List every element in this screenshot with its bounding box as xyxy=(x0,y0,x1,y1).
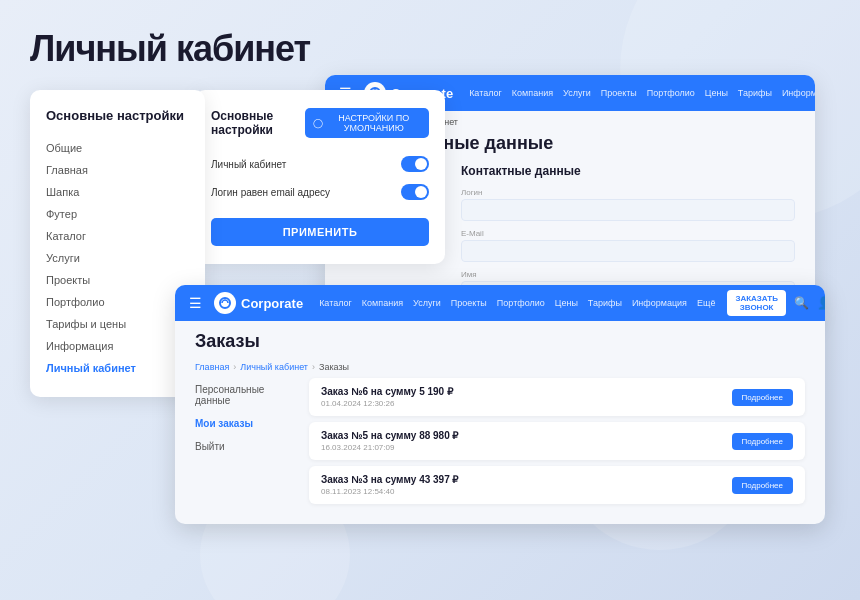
login-field: Логин xyxy=(461,188,795,221)
toggle-row: Логин равен email адресу xyxy=(211,184,429,200)
order-item: Заказ №3 на сумму 43 397 ₽ 08.11.2023 12… xyxy=(309,466,805,504)
order-item: Заказ №5 на сумму 88 980 ₽ 16.03.2024 21… xyxy=(309,422,805,460)
orders-sidebar: Персональные данные Мои заказы Выйти xyxy=(195,378,295,510)
order-detail-button[interactable]: Подробнее xyxy=(732,477,794,494)
nav-link[interactable]: Проекты xyxy=(601,88,637,98)
toggle-list: Личный кабинет Логин равен email адресу xyxy=(211,156,429,200)
toggle-switch[interactable] xyxy=(401,156,429,172)
nav-link[interactable]: Услуги xyxy=(413,298,441,308)
breadcrumb-orders-2: Заказы xyxy=(319,362,349,372)
nav-actions-2: ЗАКАЗАТЬ ЗВОНОК 🔍 👤 xyxy=(727,290,825,316)
nav-link[interactable]: Ещё xyxy=(697,298,715,308)
nav-link[interactable]: Тарифы xyxy=(588,298,622,308)
order-info: Заказ №3 на сумму 43 397 ₽ 08.11.2023 12… xyxy=(321,474,459,496)
settings-nav-item[interactable]: Главная xyxy=(46,159,189,181)
search-icon-2[interactable]: 🔍 xyxy=(794,296,809,310)
navbar-2: ☰ Corporate КаталогКомпанияУслугиПроекты… xyxy=(175,285,825,321)
settings-nav-item[interactable]: Проекты xyxy=(46,269,189,291)
settings-nav-item[interactable]: Портфолио xyxy=(46,291,189,313)
user-icon-2[interactable]: 👤 xyxy=(817,296,825,310)
breadcrumb-home-2[interactable]: Главная xyxy=(195,362,229,372)
nav-link[interactable]: Тарифы xyxy=(738,88,772,98)
settings-nav-item[interactable]: Тарифы и цены xyxy=(46,313,189,335)
nav-link[interactable]: Каталог xyxy=(319,298,352,308)
nav-link[interactable]: Информация xyxy=(782,88,815,98)
logo-text-2: Corporate xyxy=(241,296,303,311)
order-date: 01.04.2024 12:30:26 xyxy=(321,399,453,408)
nav-link[interactable]: Портфолио xyxy=(647,88,695,98)
nav-link[interactable]: Проекты xyxy=(451,298,487,308)
nav-links-2: КаталогКомпанияУслугиПроектыПортфолиоЦен… xyxy=(319,298,715,308)
default-settings-label: НАСТРОЙКИ ПО УМОЛЧАНИЮ xyxy=(327,113,421,133)
nav-links-1: КаталогКомпанияУслугиПроектыПортфолиоЦен… xyxy=(469,88,815,98)
settings-nav-item[interactable]: Информация xyxy=(46,335,189,357)
orders-sidebar-myorders[interactable]: Мои заказы xyxy=(195,412,295,435)
breadcrumb-2: Главная › Личный кабинет › Заказы xyxy=(175,356,825,378)
orders-layout: Персональные данные Мои заказы Выйти Зак… xyxy=(175,378,825,524)
name-label: Имя xyxy=(461,270,795,279)
hamburger-icon-2[interactable]: ☰ xyxy=(189,295,202,311)
order-detail-button[interactable]: Подробнее xyxy=(732,433,794,450)
breadcrumb-cabinet-2[interactable]: Личный кабинет xyxy=(240,362,308,372)
toggle-switch[interactable] xyxy=(401,184,429,200)
settings-nav-item[interactable]: Личный кабинет xyxy=(46,357,189,379)
nav-link[interactable]: Цены xyxy=(555,298,578,308)
login-input[interactable] xyxy=(461,199,795,221)
call-button[interactable]: ЗАКАЗАТЬ ЗВОНОК xyxy=(727,290,785,316)
order-title: Заказ №5 на сумму 88 980 ₽ xyxy=(321,430,459,441)
settings-content-header: Основные настройки ◯ НАСТРОЙКИ ПО УМОЛЧА… xyxy=(211,108,429,138)
orders-sidebar-personal[interactable]: Персональные данные xyxy=(195,378,295,412)
login-label: Логин xyxy=(461,188,795,197)
order-title: Заказ №3 на сумму 43 397 ₽ xyxy=(321,474,459,485)
nav-link[interactable]: Каталог xyxy=(469,88,502,98)
settings-nav-title: Основные настройки xyxy=(46,108,189,123)
settings-nav-list: ОбщиеГлавнаяШапкаФутерКаталогУслугиПроек… xyxy=(46,137,189,379)
settings-content-title: Основные настройки xyxy=(211,109,305,137)
order-item: Заказ №6 на сумму 5 190 ₽ 01.04.2024 12:… xyxy=(309,378,805,416)
email-label: E-Mail xyxy=(461,229,795,238)
settings-icon: ◯ xyxy=(313,118,323,128)
email-input[interactable] xyxy=(461,240,795,262)
orders-page-title: Заказы xyxy=(175,321,825,356)
settings-nav-item[interactable]: Шапка xyxy=(46,181,189,203)
contact-title: Контактные данные xyxy=(461,164,795,178)
settings-nav-item[interactable]: Услуги xyxy=(46,247,189,269)
nav-link[interactable]: Услуги xyxy=(563,88,591,98)
nav-link[interactable]: Компания xyxy=(362,298,403,308)
order-title: Заказ №6 на сумму 5 190 ₽ xyxy=(321,386,453,397)
logo-icon-2 xyxy=(214,292,236,314)
default-settings-button[interactable]: ◯ НАСТРОЙКИ ПО УМОЛЧАНИЮ xyxy=(305,108,429,138)
nav-link[interactable]: Цены xyxy=(705,88,728,98)
logo-svg-2 xyxy=(218,296,232,310)
orders-sidebar-logout[interactable]: Выйти xyxy=(195,435,295,458)
toggle-row: Личный кабинет xyxy=(211,156,429,172)
orders-window: ☰ Corporate КаталогКомпанияУслугиПроекты… xyxy=(175,285,825,524)
settings-nav-item[interactable]: Каталог xyxy=(46,225,189,247)
settings-content-panel: Основные настройки ◯ НАСТРОЙКИ ПО УМОЛЧА… xyxy=(195,90,445,264)
nav-link[interactable]: Информация xyxy=(632,298,687,308)
page-title: Личный кабинет xyxy=(30,28,310,70)
settings-nav-item[interactable]: Футер xyxy=(46,203,189,225)
logo-2[interactable]: Corporate xyxy=(214,292,303,314)
email-field: E-Mail xyxy=(461,229,795,262)
apply-button[interactable]: ПРИМЕНИТЬ xyxy=(211,218,429,246)
nav-link[interactable]: Компания xyxy=(512,88,553,98)
settings-nav-item[interactable]: Общие xyxy=(46,137,189,159)
order-date: 08.11.2023 12:54:40 xyxy=(321,487,459,496)
order-info: Заказ №6 на сумму 5 190 ₽ 01.04.2024 12:… xyxy=(321,386,453,408)
order-info: Заказ №5 на сумму 88 980 ₽ 16.03.2024 21… xyxy=(321,430,459,452)
order-date: 16.03.2024 21:07:09 xyxy=(321,443,459,452)
toggle-label: Личный кабинет xyxy=(211,159,286,170)
toggle-label: Логин равен email адресу xyxy=(211,187,330,198)
nav-link[interactable]: Портфолио xyxy=(497,298,545,308)
order-detail-button[interactable]: Подробнее xyxy=(732,389,794,406)
orders-list: Заказ №6 на сумму 5 190 ₽ 01.04.2024 12:… xyxy=(309,378,805,510)
